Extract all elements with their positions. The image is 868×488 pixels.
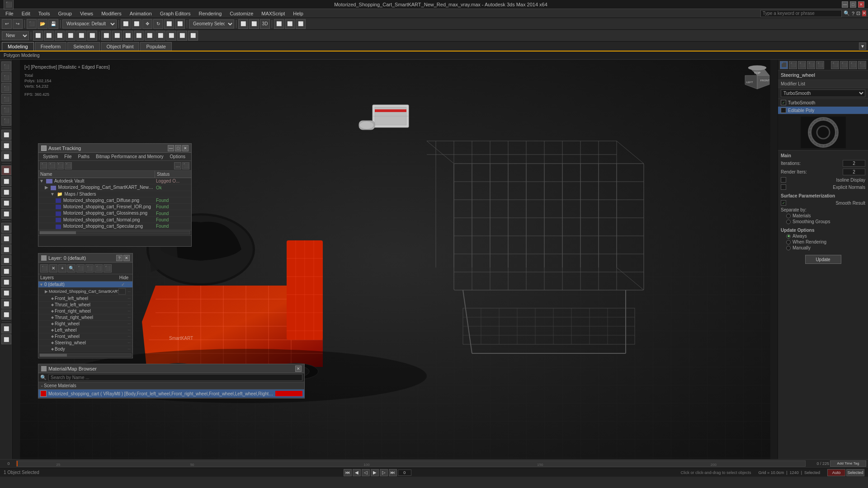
help-search[interactable] [760, 10, 842, 17]
asset-panel-header[interactable]: Asset Tracking — □ ✕ [38, 144, 191, 153]
tb2-btn4[interactable]: ⬜ [66, 31, 75, 41]
maximize-btn[interactable]: □ [850, 1, 856, 8]
menu-animation[interactable]: Animation [126, 10, 156, 17]
mat-search-input[interactable] [48, 374, 302, 381]
layer-help-btn[interactable]: ? [116, 255, 123, 261]
sidebar-sub5[interactable]: ⬜ [1, 209, 11, 219]
sidebar-display[interactable]: ⬛ [1, 105, 11, 115]
tb-render-setup[interactable]: ⬜ [274, 19, 284, 29]
sidebar-sub2[interactable]: ⬜ [1, 176, 11, 186]
tb-undo[interactable]: ↩ [2, 19, 12, 29]
asset-row-gloss[interactable]: Motorized_shopping_cart_Glossiness.png F… [38, 210, 191, 216]
layer-row-thrustright[interactable]: ◆ Thrust_right_wheel ··· [38, 314, 132, 321]
menu-modifiers[interactable]: Modifiers [98, 10, 125, 17]
tb-save[interactable]: 💾 [48, 19, 58, 29]
asset-tb5[interactable]: … [174, 162, 181, 169]
ts-always-option[interactable]: Always [786, 234, 865, 239]
tb-align[interactable]: ⬜ [249, 19, 259, 29]
asset-tb2[interactable]: ⬛ [48, 162, 56, 169]
pb-end[interactable]: ⏭ [389, 469, 397, 476]
selection-filter[interactable]: Geometry Select [189, 19, 234, 28]
sidebar-sub1[interactable]: ⬜ [1, 165, 11, 175]
auto-key-btn[interactable]: Auto [827, 469, 845, 476]
sidebar-hierarchy[interactable]: ⬛ [1, 83, 11, 93]
sidebar-sub4[interactable]: ⬜ [1, 198, 11, 208]
sidebar-more9[interactable]: ⬜ [1, 310, 11, 319]
rt-btn2[interactable]: ⬛ [789, 61, 797, 69]
tab-selection[interactable]: Selection [67, 42, 99, 51]
sidebar-last1[interactable]: ⬜ [1, 324, 11, 333]
tb2-btn3[interactable]: ⬜ [55, 31, 65, 41]
rt-btn5[interactable]: ⬛ [816, 61, 824, 69]
tb2-btn10[interactable]: ⬜ [134, 31, 144, 41]
tb2-btn7[interactable]: ⬜ [101, 31, 111, 41]
menu-group[interactable]: Group [54, 10, 75, 17]
close-btn[interactable]: ✕ [858, 1, 864, 8]
tab-populate[interactable]: Populate [140, 42, 171, 51]
tb2-btn14[interactable]: ⬜ [177, 31, 187, 41]
pb-play[interactable]: ▶ [371, 469, 379, 476]
tb-select[interactable]: ⬜ [121, 19, 131, 29]
menu-graph-editors[interactable]: Graph Editors [156, 10, 194, 17]
layer-row-body[interactable]: ◆ Body ··· [38, 346, 132, 352]
tb2-btn8[interactable]: ⬜ [112, 31, 122, 41]
timeline-bar[interactable]: 25 50 100 150 200 [16, 460, 806, 467]
tb2-btn15[interactable]: ⬜ [188, 31, 198, 41]
asset-menu-options[interactable]: Options [167, 154, 188, 160]
sidebar-last2[interactable]: ⬜ [1, 334, 11, 344]
menu-tools[interactable]: Tools [35, 10, 54, 17]
asset-minimize-btn[interactable]: — [168, 145, 174, 151]
layer-smartkart-checkbox[interactable] [118, 288, 126, 295]
set-key-btn[interactable]: Selected [846, 469, 864, 476]
layer-row-rightwheel[interactable]: ◆ Right_wheel ··· [38, 321, 132, 327]
asset-tb3[interactable]: ⬛ [57, 162, 64, 169]
sidebar-utilities[interactable]: ⬛ [1, 116, 11, 126]
expand-btn[interactable]: ⊡ [856, 10, 860, 16]
viewport[interactable]: SmartKART [+] [Perspective] [Realistic +… [13, 60, 778, 459]
rt-btn8[interactable]: ⬛ [849, 61, 857, 69]
rt-btn4[interactable]: ⬛ [807, 61, 815, 69]
asset-menu-paths[interactable]: Paths [75, 154, 92, 160]
layer-tb-b1[interactable]: ⬛ [76, 264, 85, 272]
layer-tb-icon[interactable]: ⬛ [40, 264, 48, 272]
mat-panel-header[interactable]: Material/Map Browser ✕ [38, 364, 304, 373]
layer-scrollbar[interactable] [38, 352, 132, 358]
ts-update-btn[interactable]: Update [805, 255, 841, 264]
tb-open[interactable]: 📂 [38, 19, 47, 29]
asset-tb1[interactable]: ⬛ [40, 162, 47, 169]
asset-row-specular[interactable]: Motorized_shopping_cart_Specular.png Fou… [38, 223, 191, 230]
sidebar-snap[interactable]: ⬜ [1, 130, 11, 140]
layer-tb-remove[interactable]: ✕ [49, 264, 57, 272]
add-time-tag-btn[interactable]: Add Time Tag [830, 460, 866, 467]
menu-rendering[interactable]: Rendering [195, 10, 226, 17]
layer-row-frontleft[interactable]: ◆ Front_left_wheel ··· [38, 296, 132, 302]
layer-row-frontwheel[interactable]: ◆ Front_wheel ··· [38, 333, 132, 340]
ts-render-iters-input[interactable] [843, 169, 865, 175]
asset-menu-system[interactable]: System [40, 154, 61, 160]
tb-new[interactable]: ⬛ [27, 19, 37, 29]
sidebar-more3[interactable]: ⬜ [1, 244, 11, 254]
tab-options-btn[interactable]: ▼ [859, 42, 866, 50]
layer-tb-b2[interactable]: ⬛ [85, 264, 94, 272]
menu-edit[interactable]: Edit [18, 10, 34, 17]
tb-mirror[interactable]: ⬜ [238, 19, 248, 29]
help-btn[interactable]: ? [852, 11, 854, 16]
new-dropdown[interactable]: New [2, 31, 29, 40]
ts-rendering-radio[interactable] [786, 240, 791, 244]
modifier-turbosmooth[interactable]: ✓ TurboSmooth [778, 99, 868, 107]
asset-row-vault[interactable]: ▼ Autodesk Vault Logged O... [38, 178, 191, 184]
layer-row-frontright[interactable]: ◆ Front_right_wheel ··· [38, 308, 132, 314]
tb2-btn13[interactable]: ⬜ [166, 31, 176, 41]
sidebar-motion[interactable]: ⬛ [1, 94, 11, 104]
layer-row-leftwheel[interactable]: ◆ Left_wheel ··· [38, 327, 132, 333]
ts-always-radio[interactable] [786, 234, 791, 239]
workspace-dropdown[interactable]: Workspace: Default [62, 19, 117, 28]
rt-btn6[interactable]: ⬛ [831, 61, 839, 69]
menu-help[interactable]: Help [289, 10, 307, 17]
close-max-btn[interactable]: ✕ [862, 10, 866, 16]
tb-ref-coord[interactable]: ⬜ [175, 19, 185, 29]
layer-row-thrustleft[interactable]: ◆ Thrust_left_wheel ··· [38, 302, 132, 308]
minimize-btn[interactable]: — [842, 1, 848, 8]
layer-tb-add[interactable]: + [58, 264, 66, 272]
tb2-btn2[interactable]: ⬜ [44, 31, 54, 41]
